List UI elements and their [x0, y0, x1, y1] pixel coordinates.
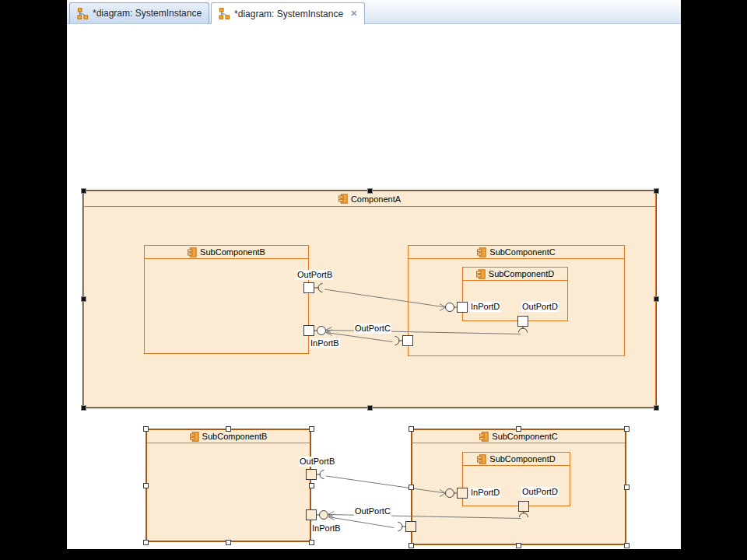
diagram-icon [219, 8, 230, 19]
port-label-inportd[interactable]: InPortD [470, 488, 500, 498]
tab-label: *diagram: SystemInstance [234, 9, 343, 19]
selection-handle[interactable] [309, 426, 314, 432]
component-title: ComponentA [351, 194, 401, 204]
component-title: SubComponentB [200, 247, 265, 257]
port-label-inportb[interactable]: InPortB [310, 338, 340, 348]
selection-handle[interactable] [624, 426, 630, 432]
component-icon [476, 269, 486, 279]
component-title: SubComponentB [202, 432, 268, 441]
selection-handle[interactable] [624, 543, 630, 548]
tab-label: *diagram: SystemInstance [93, 8, 202, 19]
diagram-icon [77, 8, 89, 19]
port-label-inportb[interactable]: InPortB [311, 523, 342, 534]
component-title: SubComponentD [489, 454, 555, 464]
selection-handle[interactable] [367, 405, 373, 411]
selection-handle[interactable] [226, 540, 231, 545]
editor-window: *diagram: SystemInstance *diagram: Syste… [67, 0, 681, 549]
sub-component-b-top[interactable]: SubComponentB [144, 245, 309, 354]
selection-handle[interactable] [309, 483, 314, 488]
port-label-outportb[interactable]: OutPortB [296, 270, 333, 280]
component-icon [477, 247, 486, 257]
selection-handle[interactable] [143, 483, 149, 488]
selection-handle[interactable] [516, 543, 521, 548]
port-label-outportd[interactable]: OutPortD [521, 302, 559, 312]
component-icon [188, 247, 197, 257]
selection-handle[interactable] [654, 296, 659, 302]
selection-handle[interactable] [516, 426, 521, 432]
selection-handle[interactable] [143, 540, 149, 545]
port-label-outportd[interactable]: OutPortD [521, 487, 559, 497]
sub-component-d-bottom[interactable]: SubComponentD [462, 452, 570, 506]
selection-handle[interactable] [409, 543, 414, 548]
component-icon [338, 194, 348, 204]
selection-handle[interactable] [143, 426, 149, 432]
selection-handle[interactable] [81, 405, 86, 411]
component-icon [190, 432, 199, 442]
diagram-canvas[interactable]: ComponentA SubComponentB SubComp [67, 24, 681, 549]
component-title: SubComponentC [492, 432, 557, 441]
selection-handle[interactable] [654, 405, 659, 411]
tab-diagram-systeminstance-2[interactable]: *diagram: SystemInstance ✕ [211, 2, 365, 24]
component-icon [477, 454, 486, 464]
port-label-outportc[interactable]: OutPortC [354, 324, 391, 334]
close-icon[interactable]: ✕ [350, 9, 357, 19]
sub-component-d-top[interactable]: SubComponentD [462, 267, 568, 321]
selection-handle[interactable] [409, 426, 414, 432]
selection-handle[interactable] [624, 485, 630, 490]
port-label-outportc[interactable]: OutPortC [354, 506, 391, 516]
component-title: SubComponentC [489, 247, 555, 257]
selection-handle[interactable] [367, 188, 373, 194]
selection-handle[interactable] [654, 188, 659, 194]
selection-handle[interactable] [81, 188, 86, 194]
component-icon [479, 432, 489, 442]
port-label-outportb[interactable]: OutPortB [299, 457, 335, 467]
sub-component-b-bottom[interactable]: SubComponentB [146, 429, 311, 542]
editor-tab-bar: *diagram: SystemInstance *diagram: Syste… [67, 0, 681, 24]
selection-handle[interactable] [81, 296, 86, 302]
port-label-inportd[interactable]: InPortD [470, 302, 500, 312]
component-title: SubComponentD [489, 269, 554, 278]
selection-handle[interactable] [226, 426, 231, 432]
selection-handle[interactable] [309, 540, 314, 545]
tab-diagram-systeminstance-1[interactable]: *diagram: SystemInstance [69, 2, 209, 23]
selection-handle[interactable] [409, 485, 414, 490]
